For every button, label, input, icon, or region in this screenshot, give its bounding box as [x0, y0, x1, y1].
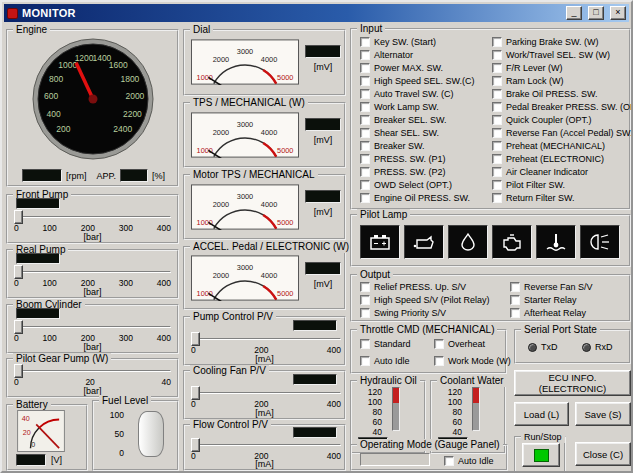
boom-cylinder-slider[interactable] [14, 320, 171, 334]
checkbox-brake-oil-press-sw[interactable]: Brake Oil PRESS. SW. [492, 88, 630, 101]
checkbox-label: Shear SEL. SW. [374, 128, 439, 138]
pilot-gear-pump-slider[interactable] [14, 364, 171, 378]
checkbox-power-max-sw[interactable]: Power MAX. SW. [360, 62, 488, 75]
slider-thumb[interactable] [191, 438, 200, 452]
checkbox-box [492, 50, 502, 60]
checkbox-shear-sel-sw[interactable]: Shear SEL. SW. [360, 126, 488, 139]
checkbox-operating-auto-idle[interactable]: Auto Idle [444, 454, 494, 467]
checkbox-work-travel-sel-sw[interactable]: Work/Travel SEL. SW (W) [492, 49, 630, 62]
close-window-button[interactable]: × [610, 6, 626, 20]
tick-label: 120 [368, 387, 382, 397]
slider-thumb[interactable] [191, 332, 200, 346]
checkbox-owd-select[interactable]: OWD Select (OPT.) [360, 178, 488, 191]
checkbox-box [360, 50, 370, 60]
checkbox-pilot-filter-sw[interactable]: Pilot Filter SW. [492, 178, 630, 191]
coolant-water-slider[interactable] [472, 387, 480, 431]
checkbox-afterheat-relay[interactable]: Afterheat Relay [510, 306, 628, 319]
maximize-button[interactable]: □ [588, 6, 604, 20]
tick-label: 100 [448, 397, 462, 407]
checkbox-air-cleaner-indicator[interactable]: Air Cleaner Indicator [492, 165, 630, 178]
save-button[interactable]: Save (S) [575, 402, 631, 426]
checkbox-label: Reverse Fan (Accel Pedal) SW. [506, 128, 633, 138]
checkbox-reverse-fan-sv[interactable]: Reverse Fan S/V [510, 280, 628, 293]
checkbox-label: Key SW. (Start) [374, 37, 436, 47]
unit-label: [bar] [8, 386, 177, 396]
checkbox-auto-travel-sw[interactable]: Auto Travel SW. (C) [360, 88, 488, 101]
checkbox-preheat-mechanical[interactable]: Preheat (MECHANICAL) [492, 139, 630, 152]
checkbox-pedal-breaker-press-sw[interactable]: Pedal Breaker PRESS. SW. (OPT.) [492, 101, 630, 114]
gauge-tick-label: 200 [56, 124, 70, 134]
meter-tick-label: 5000 [277, 73, 293, 82]
real-pump-slider[interactable] [14, 265, 171, 279]
checkbox-breaker-sw[interactable]: Breaker SW. [360, 139, 488, 152]
checkbox-high-speed-sv[interactable]: High Speed S/V (Pilot Relay) [360, 293, 488, 306]
checkbox-box [492, 141, 502, 151]
slider-track [14, 216, 171, 218]
output-checkbox-column-left: Relief PRESS. Up. S/V High Speed S/V (Pi… [360, 280, 488, 319]
checkbox-alternator[interactable]: Alternator [360, 49, 488, 62]
checkbox-box [360, 141, 370, 151]
minimize-button[interactable]: _ [566, 6, 582, 20]
checkbox-starter-relay[interactable]: Starter Relay [510, 293, 628, 306]
checkbox-label: Standard [374, 339, 411, 349]
checkbox-fr-lever[interactable]: F/R Lever (W) [492, 62, 630, 75]
cooling-fan-slider[interactable] [191, 386, 341, 400]
slider-thumb[interactable] [14, 265, 23, 279]
checkbox-throttle-standard[interactable]: Standard [360, 337, 411, 350]
slider-thumb[interactable] [14, 320, 23, 334]
checkbox-throttle-overheat[interactable]: Overheat [434, 337, 485, 350]
checkbox-press-sw-p1[interactable]: PRESS. SW. (P1) [360, 152, 488, 165]
checkbox-breaker-sel-sw[interactable]: Breaker SEL. SW. [360, 114, 488, 127]
checkbox-return-filter-sw[interactable]: Return Filter SW. [492, 191, 630, 204]
run-stop-button[interactable] [522, 443, 560, 467]
tps-value-display [305, 118, 341, 131]
checkbox-ram-lock[interactable]: Ram Lock (W) [492, 75, 630, 88]
unit-label: [bar] [8, 287, 177, 297]
ecu-info-button[interactable]: ECU INFO. (ELECTRONIC) [514, 370, 631, 396]
unit-label: [bar] [8, 342, 177, 352]
output-group: Output Relief PRESS. Up. S/V High Speed … [350, 274, 631, 322]
flow-control-slider[interactable] [191, 438, 341, 452]
slider-thumb[interactable] [14, 364, 23, 378]
checkbox-box [492, 180, 502, 190]
checkbox-preheat-electronic[interactable]: Preheat (ELECTRONIC) [492, 152, 630, 165]
close-button[interactable]: Close (C) [575, 442, 631, 466]
titlebar[interactable]: MONITOR _ □ × [4, 4, 629, 22]
checkbox-throttle-work-mode[interactable]: Work Mode (W) [434, 354, 511, 367]
pump-control-value-display [293, 320, 337, 331]
meter-tick-label: 4000 [261, 128, 277, 137]
load-button[interactable]: Load (L) [514, 402, 569, 426]
checkbox-key-sw-start[interactable]: Key SW. (Start) [360, 36, 488, 49]
checkbox-swing-priority-sv[interactable]: Swing Priority S/V [360, 306, 488, 319]
checkbox-reverse-fan-accel-pedal-sw[interactable]: Reverse Fan (Accel Pedal) SW. [492, 126, 630, 139]
checkbox-quick-coupler[interactable]: Quick Coupler (OPT.) [492, 114, 630, 127]
group-label: Motor TPS / MECHANICAL [190, 169, 318, 181]
checkbox-high-speed-sel-sw[interactable]: High Speed SEL. SW.(C) [360, 75, 488, 88]
front-pump-slider[interactable] [14, 210, 171, 224]
tick-label: 100 [110, 410, 124, 420]
slider-thumb[interactable] [191, 386, 200, 400]
checkbox-box [492, 37, 502, 47]
slider-thumb[interactable] [14, 210, 23, 224]
checkbox-work-lamp-sw[interactable]: Work Lamp SW. [360, 101, 488, 114]
checkbox-box [492, 115, 502, 125]
unit-label: [mV] [305, 207, 341, 217]
unit-label: [mV] [305, 135, 341, 145]
rxd-label: RxD [595, 342, 613, 352]
tick-label: 50 [115, 429, 124, 439]
hydraulic-oil-slider[interactable] [392, 387, 400, 431]
checkbox-relief-press-up-sv[interactable]: Relief PRESS. Up. S/V [360, 280, 488, 293]
checkbox-engine-oil-press-sw[interactable]: Engine Oil PRESS. SW. [360, 191, 488, 204]
checkbox-parking-brake-sw[interactable]: Parking Brake SW. (W) [492, 36, 630, 49]
checkbox-box [510, 308, 520, 318]
checkbox-box [360, 63, 370, 73]
rxd-led-icon [582, 343, 591, 352]
checkbox-box [434, 356, 444, 366]
checkbox-label: Ram Lock (W) [506, 76, 564, 86]
checkbox-press-sw-p2[interactable]: PRESS. SW. (P2) [360, 165, 488, 178]
checkbox-throttle-auto-idle[interactable]: Auto Idle [360, 354, 410, 367]
checkbox-label: Brake Oil PRESS. SW. [506, 89, 598, 99]
pump-control-slider[interactable] [191, 332, 341, 346]
checkbox-label: Breaker SW. [374, 141, 425, 151]
meter-tick-label: 1000 [197, 289, 213, 298]
